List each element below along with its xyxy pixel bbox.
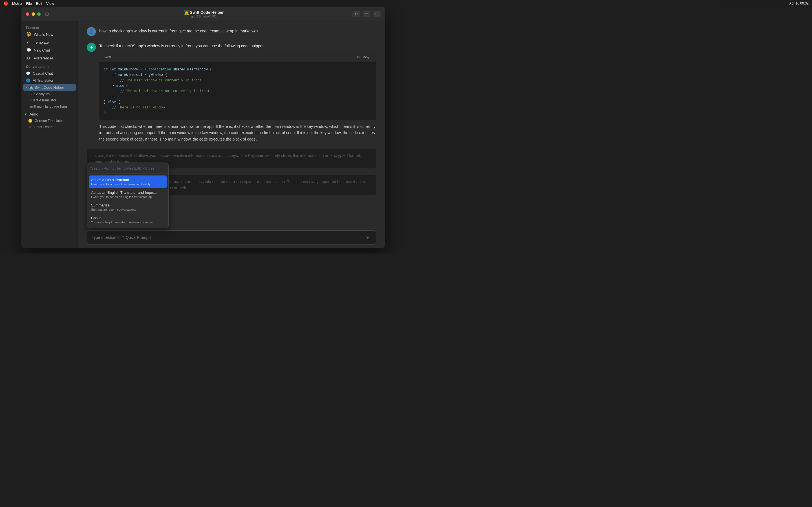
menubar: 🍎 Motrix File Edit View Apr 16 00:32: [0, 0, 406, 7]
code-language-label: Swift: [104, 55, 111, 59]
user-message: 👤 how to check app's window is current i…: [87, 27, 376, 36]
copy-label: Copy: [361, 55, 369, 59]
user-avatar: 👤: [87, 27, 96, 36]
input-wrapper: ➤: [87, 230, 376, 244]
casual-chat-icon: 💬: [26, 71, 31, 75]
app-window: ⊟ 🧑‍💻 Swift Code Helper gpt-3.5-turbo-03…: [21, 7, 385, 248]
prompt-item-desc-2: Summarize recent conversations: [91, 208, 164, 211]
code-content: if let mainWindow = NSApplication.shared…: [99, 62, 376, 120]
sidebar-item-template[interactable]: 🏷 Template: [21, 38, 78, 46]
sidebar-right-icon[interactable]: ⊞: [373, 11, 380, 17]
sidebar-whats-new-label: What's New: [34, 33, 53, 37]
code-block: Swift ⧉ Copy if let mainWindow = NSAppli…: [99, 52, 376, 120]
main-content: Features 🎁 What's New 🏷 Template 💬 New C…: [21, 21, 385, 248]
prompt-search-area: [87, 163, 168, 174]
prompt-item-desc-3: You are a helpful assistant. Answer in o…: [91, 221, 164, 224]
prompt-item-casual[interactable]: Casual You are a helpful assistant. Answ…: [87, 214, 168, 226]
sidebar-new-chat-label: New Chat: [34, 48, 50, 52]
sidebar-item-german-translator[interactable]: 🟡 German Translator: [21, 118, 78, 124]
linux-icon: 🖥: [28, 125, 32, 129]
ai-message: ✦ To check if a macOS app's window is cu…: [87, 43, 376, 142]
ai-translator-icon: 🌐: [26, 78, 31, 82]
window-subtitle: gpt-3.5-turbo-0301: [191, 15, 216, 18]
chat-area: 👤 how to check app's window is current i…: [78, 21, 385, 248]
prompt-item-title-0: Act as a Linux Terminal: [91, 178, 164, 182]
demo-chevron-icon: ▾: [25, 112, 27, 116]
prompt-item-summarize[interactable]: Summarize Summarize recent conversations: [87, 201, 168, 214]
linux-export-label: Linux Export: [34, 125, 53, 129]
gift-icon: 🎁: [26, 32, 31, 37]
features-label: Features: [21, 25, 78, 31]
swift-code-helper-label: 🧑‍💻 Swift Code Helper: [29, 86, 64, 90]
sidebar-toggle-icon[interactable]: ⊟: [45, 11, 51, 17]
sidebar-item-new-chat[interactable]: 💬 New Chat: [21, 46, 78, 54]
preferences-icon: ⚙: [26, 56, 31, 60]
conversations-label: Conversations: [21, 62, 78, 70]
prompt-item-linux-terminal[interactable]: Act as a Linux Terminal I want you to ac…: [89, 175, 167, 188]
traffic-lights: [26, 12, 41, 16]
menubar-app-name[interactable]: Motrix: [12, 1, 22, 6]
prompt-list: Act as a Linux Terminal I want you to ac…: [87, 174, 168, 228]
template-icon: 🏷: [26, 40, 31, 45]
sidebar-sub-full-text-translator[interactable]: Full text translator: [25, 97, 78, 103]
prompt-item-title-1: Act as an English Translator and Impro..…: [91, 190, 164, 194]
chat-input-area: ➤: [78, 227, 385, 248]
casual-chat-label: Casual Chat: [33, 71, 53, 75]
apple-logo-icon[interactable]: 🍎: [3, 1, 8, 6]
prompt-dropdown: Act as a Linux Terminal I want you to ac…: [87, 163, 168, 228]
sidebar-item-linux-export[interactable]: 🖥 Linux Export: [21, 124, 78, 130]
prompt-item-desc-1: I want you to act as an English translat…: [91, 195, 164, 199]
demo-group: ▾ Demo 🟡 German Translator 🖥 Linux Expor…: [21, 111, 78, 130]
ai-intro-text: To check if a macOS app's window is curr…: [99, 43, 376, 49]
german-translator-label: German Translator: [35, 119, 63, 123]
menubar-view[interactable]: View: [46, 1, 54, 6]
ai-translator-label: AI Translator: [33, 78, 54, 82]
sidebar-item-whats-new[interactable]: 🎁 What's New: [21, 31, 78, 38]
swift-code-helper-group: ▾ 🧑‍💻 Swift Code Helper Bug Analytics Fu…: [21, 84, 78, 110]
sidebar-item-preferences[interactable]: ⚙ Preferences: [21, 54, 78, 62]
titlebar-center: 🧑‍💻 Swift Code Helper gpt-3.5-turbo-0301: [55, 10, 352, 18]
code-header: Swift ⧉ Copy: [99, 52, 376, 62]
sidebar-sub-swift-multi[interactable]: swift multi language trans: [25, 103, 78, 110]
copy-icon: ⧉: [357, 55, 360, 59]
sidebar-item-swift-code-helper[interactable]: ▾ 🧑‍💻 Swift Code Helper: [23, 84, 76, 91]
ai-avatar: ✦: [87, 43, 96, 52]
send-button[interactable]: ➤: [363, 233, 371, 241]
chevron-down-icon: ▾: [26, 86, 28, 89]
prompt-item-title-2: Summarize: [91, 203, 164, 207]
split-view-icon[interactable]: ▭: [363, 11, 370, 17]
titlebar: ⊟ 🧑‍💻 Swift Code Helper gpt-3.5-turbo-03…: [21, 7, 385, 21]
demo-group-header[interactable]: ▾ Demo: [21, 111, 78, 118]
prompt-search-input[interactable]: [91, 166, 164, 170]
titlebar-actions: ⚙ ▭ ⊞: [352, 11, 380, 17]
copy-button[interactable]: ⧉ Copy: [355, 55, 371, 60]
menubar-file[interactable]: File: [26, 1, 32, 6]
swift-sub-items: Bug Analytics Full text translator swift…: [21, 91, 78, 110]
sidebar-template-label: Template: [34, 40, 49, 45]
minimize-button[interactable]: [32, 12, 35, 16]
new-chat-icon: 💬: [26, 48, 31, 52]
sidebar-item-casual-chat[interactable]: 💬 Casual Chat: [21, 70, 78, 77]
chat-input[interactable]: [92, 235, 363, 240]
settings-icon[interactable]: ⚙: [352, 11, 360, 17]
prompt-item-title-3: Casual: [91, 216, 164, 220]
window-title: 🧑‍💻 Swift Code Helper: [184, 10, 224, 15]
send-icon: ➤: [366, 235, 369, 240]
user-message-text: how to check app's window is current in …: [99, 27, 258, 34]
menubar-left: 🍎 Motrix File Edit View: [3, 1, 54, 6]
ai-message-content: To check if a macOS app's window is curr…: [99, 43, 376, 142]
demo-label: Demo: [29, 112, 38, 116]
sidebar-item-ai-translator[interactable]: 🌐 AI Translator: [21, 77, 78, 84]
sidebar-sub-bug-analytics[interactable]: Bug Analytics: [25, 91, 78, 97]
close-button[interactable]: [26, 12, 29, 16]
prompt-item-english-translator[interactable]: Act as an English Translator and Impro..…: [87, 188, 168, 201]
german-icon: 🟡: [28, 119, 33, 123]
sidebar-preferences-label: Preferences: [34, 56, 54, 60]
menubar-edit[interactable]: Edit: [36, 1, 42, 6]
ai-description-text: This code first checks whether there is …: [99, 123, 376, 142]
maximize-button[interactable]: [37, 12, 41, 16]
prompt-item-desc-0: I want you to act as a linux terminal. I…: [91, 182, 164, 186]
sidebar: Features 🎁 What's New 🏷 Template 💬 New C…: [21, 21, 78, 248]
